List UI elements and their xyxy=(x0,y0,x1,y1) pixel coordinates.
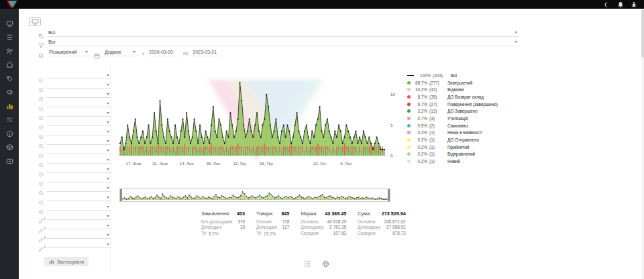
stat-sub-value: 40 618.20 xyxy=(327,219,346,224)
legend-count: (1) xyxy=(429,130,445,135)
filter-select[interactable] xyxy=(47,72,111,79)
scrollbar-thumb[interactable] xyxy=(641,9,644,58)
legend-item[interactable]: 0.2%(1)Нема в наявності xyxy=(407,129,545,137)
chevron-down-icon xyxy=(107,178,109,180)
packages-icon[interactable] xyxy=(5,144,13,152)
app-logo[interactable] xyxy=(7,1,18,8)
footer-view-toggles xyxy=(303,258,329,266)
manual-filter-row: 3 xyxy=(38,231,111,240)
monitor-icon[interactable] xyxy=(5,19,13,27)
filter-select[interactable] xyxy=(47,176,111,182)
filter-select[interactable] xyxy=(47,138,111,145)
integrations-icon[interactable] xyxy=(5,116,13,124)
braces-icon xyxy=(38,168,44,173)
filter-select[interactable] xyxy=(47,91,111,98)
source-filter-select[interactable]: Всі xyxy=(48,38,519,46)
notifications-bell-icon[interactable] xyxy=(617,1,624,8)
stat-subrow: Основні718 xyxy=(256,219,289,224)
legend-item[interactable]: 0.2%(1)Новий xyxy=(407,158,545,165)
legend-item[interactable]: 100%(403)Всі xyxy=(407,72,545,79)
stat-upsell-badge: 15.0% xyxy=(256,231,289,237)
filter-select[interactable] xyxy=(47,110,111,117)
legend-item[interactable]: 10.2%(41)Відмова xyxy=(407,86,545,93)
bug-report-icon[interactable] xyxy=(631,1,637,8)
pencil-icon: 4 xyxy=(38,243,44,248)
svg-text:31. Жов: 31. Жов xyxy=(152,161,168,166)
chart-navigator[interactable] xyxy=(119,188,390,202)
manual-filter-row: 4 xyxy=(38,240,111,249)
search-icon[interactable] xyxy=(38,50,44,56)
phone-icon xyxy=(38,111,44,117)
date-from-input[interactable] xyxy=(149,48,178,56)
search-mode-select[interactable]: Розширений xyxy=(48,48,90,56)
filter-select[interactable] xyxy=(47,119,111,126)
calendar-icon xyxy=(94,50,100,56)
filter-select[interactable] xyxy=(47,241,111,248)
filter-select[interactable] xyxy=(47,223,111,229)
chart-navigator-canvas[interactable] xyxy=(120,189,390,201)
chevron-down-icon xyxy=(107,243,109,245)
widget-toggle-button[interactable] xyxy=(29,17,41,26)
date-field-select[interactable]: Додане xyxy=(104,48,138,56)
legend-item[interactable]: 0.7%(3)Утилізація xyxy=(407,115,545,122)
legend-item[interactable]: 0.5%(2)Самовивіз xyxy=(407,122,545,129)
legend-label: Повернення (завершено) xyxy=(447,102,498,107)
svg-text:12. Гру: 12. Гру xyxy=(233,161,248,166)
legend-label: Відправлений xyxy=(447,152,475,156)
filter-select[interactable] xyxy=(47,82,111,89)
theme-moon-icon[interactable] xyxy=(604,1,610,8)
filter-select[interactable] xyxy=(47,204,111,211)
legend-count: (35) xyxy=(429,95,445,99)
date-to-input[interactable] xyxy=(193,48,222,56)
stat-sub-value: 2 751.25 xyxy=(329,225,346,229)
filter-select[interactable] xyxy=(47,166,111,173)
legend-count: (1) xyxy=(429,152,445,156)
filter-select[interactable] xyxy=(47,213,111,220)
page-scrollbar[interactable] xyxy=(641,9,644,279)
chevron-down-icon xyxy=(107,234,109,236)
manual-filter-number: 4 xyxy=(44,245,46,249)
filter-select[interactable] xyxy=(47,185,111,192)
legend-percent: 0.2% xyxy=(413,145,427,150)
filter-select[interactable] xyxy=(47,232,111,239)
filter-select[interactable] xyxy=(47,157,111,164)
chevron-down-icon xyxy=(107,168,109,170)
filter-select[interactable] xyxy=(47,194,111,201)
video-icon[interactable] xyxy=(5,157,13,165)
users-icon[interactable] xyxy=(5,47,13,55)
price-tag-icon[interactable] xyxy=(5,74,13,82)
legend-count: (403) xyxy=(433,73,449,78)
legend-item[interactable]: 0.2%(1)Прийнятий xyxy=(407,144,545,151)
legend-swatch xyxy=(407,160,411,163)
chevron-down-icon xyxy=(107,121,109,123)
filter-select[interactable] xyxy=(47,148,111,154)
package-icon xyxy=(38,121,44,126)
svg-text:10: 10 xyxy=(390,92,395,97)
store-icon[interactable] xyxy=(5,61,13,69)
filter-row xyxy=(38,146,111,156)
statistics-chart-icon[interactable] xyxy=(5,102,13,110)
svg-text:23. Січ: 23. Січ xyxy=(313,161,326,166)
legend-item[interactable]: 8.7%(35)ДО Возврат склад xyxy=(407,93,545,101)
legend-item[interactable]: 0.2%(1)Відправлений xyxy=(407,151,545,158)
stat-sub-label: Основна: xyxy=(358,219,376,224)
legend-swatch xyxy=(407,138,411,142)
legend-item[interactable]: 0.2%(1)ДО Отправлено xyxy=(407,136,545,144)
legend-item[interactable]: 6.7%(27)Повернення (завершено) xyxy=(407,101,545,108)
stats-summary: Замовлення:403Без допродажів370Допродані… xyxy=(201,211,406,237)
legend-item[interactable]: 3.2%(13)ДО Завершено xyxy=(407,107,545,115)
filter-select[interactable] xyxy=(47,129,111,135)
orders-chart[interactable]: 051017. Жов31. Жов14. Лис28. Лис12. Гру2… xyxy=(118,72,408,168)
chevron-down-icon xyxy=(107,103,109,105)
pencil-icon: 2 xyxy=(38,224,44,229)
globe-icon[interactable] xyxy=(322,258,329,266)
apply-button[interactable]: Застосувати xyxy=(44,257,89,266)
filter-select[interactable] xyxy=(47,101,111,107)
info-icon[interactable] xyxy=(5,129,13,137)
orders-list-icon[interactable] xyxy=(5,34,13,42)
list-view-icon[interactable] xyxy=(303,258,311,266)
stat-badge-value: 15.0% xyxy=(264,231,276,236)
legend-item[interactable]: 68.7%(277)Завершений xyxy=(407,79,545,87)
megaphone-icon[interactable] xyxy=(5,89,13,97)
status-filter-select[interactable]: Всі xyxy=(48,29,519,37)
